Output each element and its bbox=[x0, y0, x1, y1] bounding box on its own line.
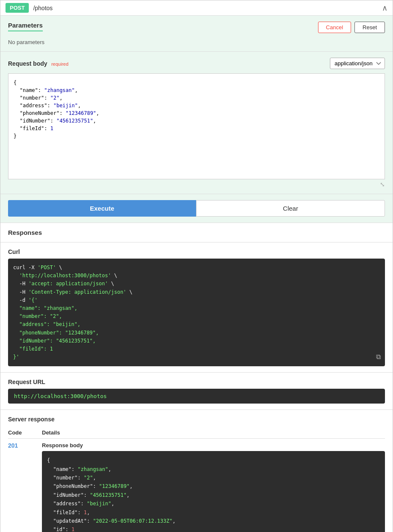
code-col-header: Code bbox=[8, 427, 42, 439]
execute-section: Execute Clear bbox=[0, 194, 393, 223]
execute-button[interactable]: Execute bbox=[8, 200, 196, 217]
required-label: required bbox=[51, 61, 68, 67]
method-badge: POST bbox=[6, 3, 29, 13]
request-body-header: Request body required application/json bbox=[8, 58, 385, 69]
resize-handle[interactable]: ⤡ bbox=[8, 181, 385, 188]
response-body-content: { "name": "zhangsan", "number": "2", "ph… bbox=[47, 456, 380, 532]
clear-button[interactable]: Clear bbox=[196, 200, 385, 217]
action-buttons: Cancel Reset bbox=[318, 22, 385, 33]
reset-button[interactable]: Reset bbox=[354, 22, 385, 33]
endpoint-header: POST /photos ∧ bbox=[0, 0, 393, 16]
parameters-header-row: Parameters Cancel Reset bbox=[8, 22, 385, 35]
curl-copy-icon[interactable]: ⧉ bbox=[376, 351, 381, 362]
response-code: 201 bbox=[8, 439, 42, 532]
response-table: Code Details 201 Response body { "name":… bbox=[8, 427, 385, 532]
endpoint-path: /photos bbox=[33, 5, 53, 11]
collapse-icon[interactable]: ∧ bbox=[382, 3, 387, 13]
no-params-text: No parameters bbox=[8, 39, 385, 45]
curl-title: Curl bbox=[8, 248, 385, 255]
curl-section: Curl curl -X 'POST' \ 'http://localhost:… bbox=[0, 242, 393, 373]
responses-section: Responses bbox=[0, 223, 393, 242]
request-body-section: Request body required application/json {… bbox=[0, 52, 393, 194]
response-body-title: Response body bbox=[42, 442, 385, 448]
request-body-label: Request body required bbox=[8, 60, 69, 67]
parameters-title: Parameters bbox=[8, 22, 43, 31]
table-row: 201 Response body { "name": "zhangsan", … bbox=[8, 439, 385, 532]
curl-content: curl -X 'POST' \ 'http://localhost:3000/… bbox=[13, 264, 380, 361]
main-container: POST /photos ∧ Parameters Cancel Reset N… bbox=[0, 0, 393, 532]
server-response-title: Server response bbox=[8, 416, 385, 423]
response-details: Response body { "name": "zhangsan", "num… bbox=[42, 439, 385, 532]
json-editor[interactable]: { "name": "zhangsan", "number": "2", "ad… bbox=[8, 73, 385, 179]
parameters-section: Parameters Cancel Reset No parameters bbox=[0, 16, 393, 52]
execute-row: Execute Clear bbox=[8, 200, 385, 217]
details-col-header: Details bbox=[42, 427, 385, 439]
cancel-button[interactable]: Cancel bbox=[318, 22, 351, 33]
request-url-section: Request URL http://localhost:3000/photos bbox=[0, 373, 393, 410]
json-content: { "name": "zhangsan", "number": "2", "ad… bbox=[14, 79, 379, 140]
endpoint-left: POST /photos bbox=[6, 3, 53, 13]
request-url-box: http://localhost:3000/photos bbox=[8, 389, 385, 404]
curl-box: curl -X 'POST' \ 'http://localhost:3000/… bbox=[8, 259, 385, 366]
responses-title: Responses bbox=[8, 229, 42, 236]
server-response-section: Server response Code Details 201 Respons… bbox=[0, 410, 393, 532]
response-body-box: { "name": "zhangsan", "number": "2", "ph… bbox=[42, 451, 385, 532]
content-type-select[interactable]: application/json bbox=[330, 58, 385, 69]
request-url-title: Request URL bbox=[8, 379, 385, 385]
